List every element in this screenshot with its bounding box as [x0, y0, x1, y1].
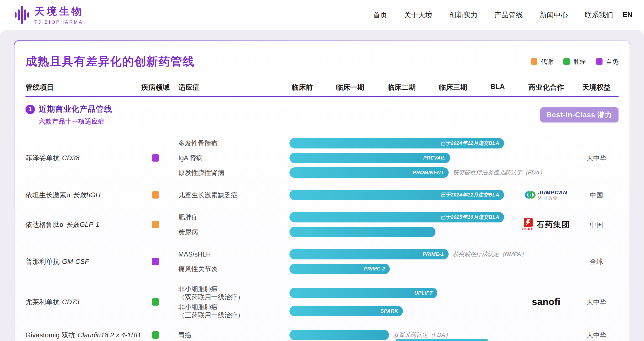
- legend-swatch-icon: [596, 58, 603, 65]
- page-background-panel: 成熟且具有差异化的创新药管线 代谢肿瘤自免 管线项目 疾病领域 适应症 临床前临…: [0, 30, 644, 341]
- phase-progress-bar: PROMINENT: [289, 167, 449, 178]
- phase-progress-bar: 已于2024年12月递交BLA: [289, 190, 504, 200]
- phase-bar-zone: SPARK: [289, 306, 518, 316]
- section-title: 近期商业化产品管线: [39, 104, 112, 115]
- disease-area-cell: [141, 154, 170, 162]
- partner-cell: sanofi: [518, 296, 574, 307]
- phase-progress-bar: 已于2024年12月递交BLA: [289, 138, 504, 148]
- pipeline-row: 尤莱利单抗CD73非小细胞肺癌（双药联用一线治疗）UPLIFT非小细胞肺癌（三药…: [25, 280, 619, 324]
- phase-progress-bar: [289, 227, 435, 237]
- cspc-logo-text: 石药集团: [537, 219, 570, 230]
- indication-line: 多发性骨髓瘤已于2024年12月递交BLA: [170, 137, 518, 150]
- indication-label: 胃癌: [170, 331, 289, 339]
- indication-label: MAS/sHLH: [170, 250, 289, 258]
- pipeline-card: 成熟且具有差异化的创新药管线 代谢肿瘤自免 管线项目 疾病领域 适应症 临床前临…: [14, 41, 630, 341]
- drug-target: CD73: [62, 298, 79, 306]
- section-number-badge: 1: [25, 105, 35, 114]
- indication-line: IgA 肾病PREVAIL: [170, 152, 518, 164]
- pipeline-row: 菲泽妥单抗CD38多发性骨髓瘤已于2024年12月递交BLAIgA 肾病PREV…: [25, 132, 619, 184]
- indication-lines: 非小细胞肺癌（双药联用一线治疗）UPLIFT非小细胞肺癌（三药联用一线治疗）SP…: [170, 285, 518, 319]
- phase-bar-zone: PRIME-2: [289, 264, 518, 274]
- pipeline-row: 依达格鲁肽α长效GLP-1肥胖症已于2025年10月递交BLA糖尿病CSPC石药…: [25, 206, 619, 243]
- section-title-line: 1 近期商业化产品管线: [25, 104, 112, 115]
- section-subtitle: 六款产品十一项适应症: [39, 117, 112, 126]
- company-logo[interactable]: 天境生物 TJ BIOPHARMA: [15, 5, 84, 25]
- disease-area-swatch-icon: [152, 221, 159, 228]
- pipeline-row: 依坦生长激素α长效hGH儿童生长激素缺乏症已于2024年12月递交BLAJUMP…: [25, 184, 619, 206]
- partial-next-row-bar: [395, 339, 489, 341]
- disease-area-swatch-icon: [152, 258, 159, 265]
- card-title-row: 成熟且具有差异化的创新药管线 代谢肿瘤自免: [25, 41, 619, 78]
- phase-headers: 临床前临床一期临床二期临床三期BLA: [289, 83, 518, 92]
- drug-name: 依达格鲁肽α长效GLP-1: [25, 220, 141, 229]
- disease-area-swatch-icon: [152, 331, 159, 339]
- legend: 代谢肿瘤自免: [531, 57, 619, 66]
- phase-progress-bar: SPARK: [289, 306, 403, 316]
- disease-area-cell: [141, 191, 170, 199]
- territory-rights: 中国: [574, 220, 619, 229]
- indication-label: 儿童生长激素缺乏症: [170, 191, 289, 199]
- indication-label: 非小细胞肺癌（双药联用一线治疗）: [170, 285, 289, 301]
- drug-target: 长效hGH: [73, 191, 100, 199]
- column-header-phase: 临床二期: [387, 83, 416, 92]
- nav-item-innovation[interactable]: 创新实力: [449, 10, 477, 20]
- pipeline-rows: 菲泽妥单抗CD38多发性骨髓瘤已于2024年12月递交BLAIgA 肾病PREV…: [25, 132, 619, 341]
- indication-line: 肥胖症已于2025年10月递交BLA: [170, 211, 518, 223]
- phase-bar-zone: [289, 227, 518, 237]
- column-header-project: 管线项目: [25, 83, 141, 92]
- legend-item-metabolism: 代谢: [531, 57, 553, 66]
- column-header-area: 疾病领域: [141, 83, 170, 92]
- drug-target: GM-CSF: [62, 258, 89, 265]
- section-header-left: 1 近期商业化产品管线 六款产品十一项适应症: [25, 104, 112, 126]
- column-header-partner: 商业化合作: [518, 83, 574, 92]
- indication-label: 多发性骨髓瘤: [170, 139, 289, 147]
- phase-progress-bar: PRIME-2: [289, 264, 390, 274]
- legend-swatch-icon: [563, 58, 570, 65]
- phase-bar-zone: 已于2025年10月递交BLA: [289, 212, 518, 222]
- legend-item-oncology: 肿瘤: [563, 57, 586, 66]
- phase-progress-bar: PRIME-1: [289, 249, 449, 259]
- nav-item-contact[interactable]: 联系我们: [585, 10, 613, 20]
- section-header-row: 1 近期商业化产品管线 六款产品十一项适应症 Best-in-Class 潜力: [25, 97, 619, 132]
- indication-line: 痛风性关节炎PRIME-2: [170, 263, 518, 275]
- nav-item-news[interactable]: 新闻中心: [539, 10, 568, 20]
- drug-name: 普那利单抗GM-CSF: [25, 257, 141, 266]
- disease-area-swatch-icon: [152, 154, 159, 162]
- phase-bar-zone: 已于2024年12月递交BLA: [289, 138, 518, 148]
- indication-lines: MAS/sHLHPRIME-1获突破性疗法认定（NMPA）痛风性关节炎PRIME…: [170, 248, 518, 275]
- disease-area-cell: [141, 258, 170, 265]
- column-header-phase: 临床前: [292, 83, 313, 92]
- indication-line: 原发性膜性肾病PROMINENT获突破性疗法及孤儿药认定（FDA）: [170, 166, 518, 179]
- territory-rights: 大中华: [574, 298, 619, 306]
- disease-area-swatch-icon: [152, 298, 159, 306]
- waveform-logo-icon: [15, 6, 29, 24]
- cspc-mark-icon: CSPC: [522, 218, 534, 231]
- indication-lines: 多发性骨髓瘤已于2024年12月递交BLAIgA 肾病PREVAIL原发性膜性肾…: [170, 137, 518, 179]
- drug-target: CD38: [62, 154, 79, 162]
- disease-area-swatch-icon: [152, 191, 159, 199]
- column-header-rights: 天境权益: [574, 83, 619, 92]
- indication-line: MAS/sHLHPRIME-1获突破性疗法认定（NMPA）: [170, 248, 518, 260]
- designation-note: 获突破性疗法及孤儿药认定（FDA）: [453, 169, 545, 177]
- main-nav: 首页关于天境创新实力产品管线新闻中心联系我们: [373, 10, 613, 20]
- phase-bar-zone: PROMINENT获突破性疗法及孤儿药认定（FDA）: [289, 167, 545, 178]
- legend-label: 自免: [606, 57, 619, 66]
- legend-label: 肿瘤: [573, 57, 586, 66]
- legend-item-autoimmune: 自免: [596, 57, 619, 66]
- nav-item-about[interactable]: 关于天境: [404, 10, 432, 20]
- partner-cell: JUMPCAN济川药业: [518, 190, 574, 200]
- legend-swatch-icon: [531, 58, 537, 65]
- indication-lines: 肥胖症已于2025年10月递交BLA糖尿病: [170, 211, 518, 238]
- phase-bar-zone: PRIME-1获突破性疗法认定（NMPA）: [289, 249, 527, 259]
- indication-label: 肥胖症: [170, 213, 289, 221]
- drug-target: Claudin18.2 x 4-1BB: [77, 331, 140, 339]
- disease-area-cell: [141, 331, 170, 339]
- language-toggle[interactable]: EN: [622, 11, 632, 19]
- logo-name-en: TJ BIOPHARMA: [34, 20, 84, 25]
- nav-item-home[interactable]: 首页: [373, 10, 387, 20]
- indication-label: 非小细胞肺癌（三药联用一线治疗）: [170, 303, 289, 319]
- indication-line: 儿童生长激素缺乏症已于2024年12月递交BLA: [170, 189, 518, 201]
- nav-item-products[interactable]: 产品管线: [494, 10, 523, 20]
- drug-name: Givastomig 双抗Claudin18.2 x 4-1BB: [25, 331, 141, 340]
- pipeline-row: Givastomig 双抗Claudin18.2 x 4-1BB胃癌获孤儿药认定…: [25, 324, 619, 341]
